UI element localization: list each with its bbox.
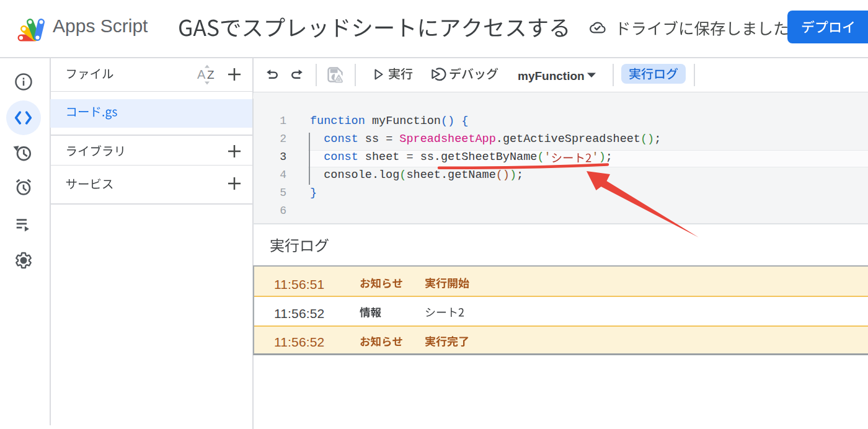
svg-text:Z: Z <box>207 68 215 81</box>
svg-text:A: A <box>197 68 206 81</box>
